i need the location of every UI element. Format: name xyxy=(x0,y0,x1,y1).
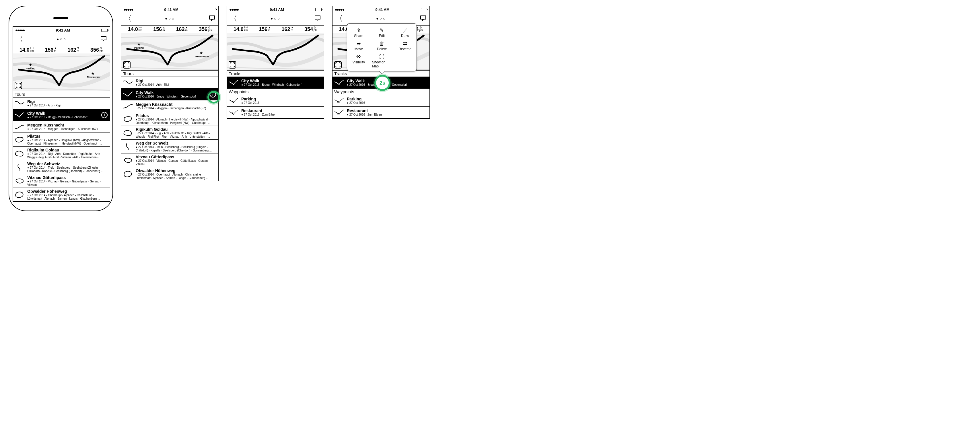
screen-4: ●●●●● 9:41 AM 〈 ●○○ 14.0⊦⊣km 156▲m 162▼m… xyxy=(332,6,430,119)
page-indicator[interactable]: ●○○ xyxy=(165,16,175,21)
item-title: Parking xyxy=(241,97,321,101)
back-button[interactable]: 〈 xyxy=(124,13,132,24)
expand-map-button[interactable] xyxy=(229,61,236,68)
page-indicator[interactable]: ●○○ xyxy=(57,37,67,41)
page-indicator[interactable]: ●○○ xyxy=(270,16,281,21)
tour-item[interactable]: Obwalder Höhenweg○ 27 Oct 2014 - Oberhau… xyxy=(13,188,110,202)
status-bar: ●●●●● 9:41 AM xyxy=(121,6,218,12)
waypoint-item[interactable]: ★ Restaurant● 27 Oct 2016 - Zum Bären xyxy=(332,107,430,118)
stat-descent: 162▼m xyxy=(176,26,188,32)
item-subtitle: ● 27 Oct 2016 - Zum Bären xyxy=(241,113,321,116)
tour-item-selected[interactable]: City Walk● 27 Oct 2016 - Brugg - Windisc… xyxy=(13,109,110,121)
chat-button[interactable] xyxy=(314,14,321,23)
stat-ascent: 156▲m xyxy=(45,47,57,53)
stats-bar: 14.0⊦⊣km 156▲m 162▼m 356⊙pts xyxy=(13,46,110,54)
speaker-slot xyxy=(53,17,68,19)
page-indicator[interactable]: ●○○ xyxy=(376,16,387,21)
item-subtitle: ● 27 Oct 2014 - Arth - Rigi xyxy=(27,104,108,107)
chat-button[interactable] xyxy=(100,35,107,43)
expand-map-button[interactable] xyxy=(123,61,130,68)
waypoint-item[interactable]: ★ Parking● 27 Oct 2016 xyxy=(332,95,430,107)
item-title: Meggen Küssnacht xyxy=(27,123,108,127)
phone-frame: ●●●●● 9:41 AM 〈 ●○○ 14.0⊦⊣km 156▲m 162▼m… xyxy=(9,6,113,211)
chat-button[interactable] xyxy=(420,14,426,23)
svg-text:★: ★ xyxy=(231,100,234,103)
item-subtitle-2: Oberhaupt - Klimsenhorn - Hergiswil (NW)… xyxy=(136,121,216,125)
popover-delete[interactable]: 🗑Delete xyxy=(371,40,394,52)
item-subtitle: ● 27 Oct 2016 - Brugg - Windisch - Geben… xyxy=(136,95,207,99)
tour-item[interactable]: Obwalder Höhenweg○ 27 Oct 2014 - Oberhau… xyxy=(121,167,218,181)
item-subtitle: ● 27 Oct 2014 - Vitznau - Gersau - Gätte… xyxy=(27,180,108,183)
map-preview[interactable]: ★ Parking ★ Restaurant xyxy=(121,33,218,70)
popover-visibility[interactable]: 👁Visibility xyxy=(347,53,371,69)
tour-item[interactable]: Rigikulm Goldau○ 27 Oct 2014 - Rigi - Ar… xyxy=(13,146,110,160)
popover-move[interactable]: ➦Move xyxy=(347,40,371,52)
tour-item[interactable]: Pilatus● 27 Oct 2014 - Alpnach - Hergisw… xyxy=(121,112,218,126)
map-preview[interactable]: ★ Parking ★ Restaurant xyxy=(13,54,110,91)
visibility-icon: 👁 xyxy=(356,54,361,60)
popover-draw[interactable]: ／Draw xyxy=(393,26,417,39)
waypoint-item[interactable]: ★ Restaurant● 27 Oct 2016 - Zum Bären xyxy=(227,107,324,118)
track-item-selected[interactable]: City Walk● 27 Oct 2016 - Brugg - Windisc… xyxy=(227,77,324,89)
item-title: Pilatus xyxy=(27,134,108,138)
popover-edit[interactable]: ✎Edit xyxy=(371,26,394,39)
tour-item-selected[interactable]: City Walk● 27 Oct 2016 - Brugg - Windisc… xyxy=(121,89,218,100)
back-button[interactable]: 〈 xyxy=(336,13,343,24)
item-subtitle-2: Weggis - Rigi First - First - Vitznau - … xyxy=(136,135,216,138)
popover-reverse[interactable]: ⇄Reverse xyxy=(393,40,417,52)
waypoint-thumb-icon: ★ xyxy=(228,108,239,117)
item-subtitle: ● 27 Oct 2014 - Treib - Seelisberg - See… xyxy=(136,145,216,149)
clock: 9:41 AM xyxy=(164,8,178,12)
item-subtitle: ○ 27 Oct 2014 - Meggen - Tschädigen - Kü… xyxy=(27,127,108,131)
tour-item[interactable]: Vitznau Gätterlipass● 27 Oct 2014 - Vitz… xyxy=(13,174,110,188)
stat-distance: 14.0⊦⊣km xyxy=(128,26,143,32)
stat-points: 356⊙pts xyxy=(199,26,212,32)
item-title: Rigikulm Goldau xyxy=(27,148,108,152)
action-popover: ⇪Share ✎Edit ／Draw ➦Move 🗑Delete ⇄Revers… xyxy=(347,23,417,72)
item-subtitle-2: Weggis - Rigi First - First - Vitznau - … xyxy=(27,156,108,159)
popover-show-on-map[interactable]: ⛶Show on Map xyxy=(371,53,394,69)
item-subtitle: ● 27 Oct 2014 - Alpnach - Hergiswil (NW)… xyxy=(27,138,108,142)
track-thumb-icon xyxy=(123,78,134,87)
tour-item[interactable]: Meggen Küssnacht○ 27 Oct 2014 - Meggen -… xyxy=(13,121,110,133)
tour-item[interactable]: Pilatus● 27 Oct 2014 - Alpnach - Hergisw… xyxy=(13,133,110,146)
item-title: City Walk xyxy=(241,79,321,83)
back-button[interactable]: 〈 xyxy=(16,34,23,44)
tour-item[interactable]: Rigikulm Goldau○ 27 Oct 2014 - Rigi - Ar… xyxy=(121,126,218,140)
tour-item[interactable]: Rigi● 27 Oct 2014 - Arth - Rigi xyxy=(121,77,218,89)
track-thumb-icon xyxy=(123,115,134,124)
tour-item[interactable]: Weg der Schweiz● 27 Oct 2014 - Treib - S… xyxy=(13,160,110,174)
item-title: Rigi xyxy=(136,79,216,83)
item-subtitle: ● 27 Oct 2016 - Zum Bären xyxy=(347,113,427,116)
chat-button[interactable] xyxy=(208,14,215,23)
item-title: Weg der Schweiz xyxy=(27,161,108,166)
track-thumb-icon xyxy=(123,90,134,99)
stat-descent: 162▼m xyxy=(68,47,80,53)
star-icon: ★ xyxy=(29,62,32,67)
item-subtitle: ○ 27 Oct 2014 - Rigi - Arth - Kulmhütte … xyxy=(27,152,108,156)
battery-icon xyxy=(101,29,108,32)
expand-map-button[interactable] xyxy=(14,82,22,89)
tour-item[interactable]: Weg der Schweiz● 27 Oct 2014 - Treib - S… xyxy=(121,140,218,153)
info-button[interactable]: i xyxy=(210,91,216,97)
nav-bar: 〈 ●○○ xyxy=(121,12,218,25)
screen-3: ●●●●● 9:41 AM 〈 ●○○ 14.0⊦⊣km 156▲m 162▼m… xyxy=(227,6,324,119)
expand-map-button[interactable] xyxy=(334,61,342,68)
track-thumb-icon xyxy=(123,142,134,151)
tour-item[interactable]: Vitznau Gätterlipass● 27 Oct 2014 - Vitz… xyxy=(121,153,218,167)
track-thumb-icon xyxy=(14,162,25,172)
info-button[interactable]: i xyxy=(101,112,108,118)
tour-item[interactable]: Rigi● 27 Oct 2014 - Arth - Rigi xyxy=(13,97,110,109)
svg-text:★: ★ xyxy=(337,100,339,103)
tour-item[interactable]: Meggen Küssnacht○ 27 Oct 2014 - Meggen -… xyxy=(121,100,218,112)
move-icon: ➦ xyxy=(356,41,361,46)
track-thumb-icon xyxy=(14,110,25,119)
map-preview[interactable] xyxy=(227,33,324,70)
popover-share[interactable]: ⇪Share xyxy=(347,26,371,39)
waypoint-item[interactable]: ★ Parking● 27 Oct 2016 xyxy=(227,95,324,107)
item-title: Vitznau Gätterlipass xyxy=(27,175,108,180)
nav-bar: 〈 ●○○ xyxy=(13,33,110,46)
waypoint-thumb-icon: ★ xyxy=(334,108,345,117)
back-button[interactable]: 〈 xyxy=(230,13,237,24)
item-title: Restaurant xyxy=(347,108,427,113)
